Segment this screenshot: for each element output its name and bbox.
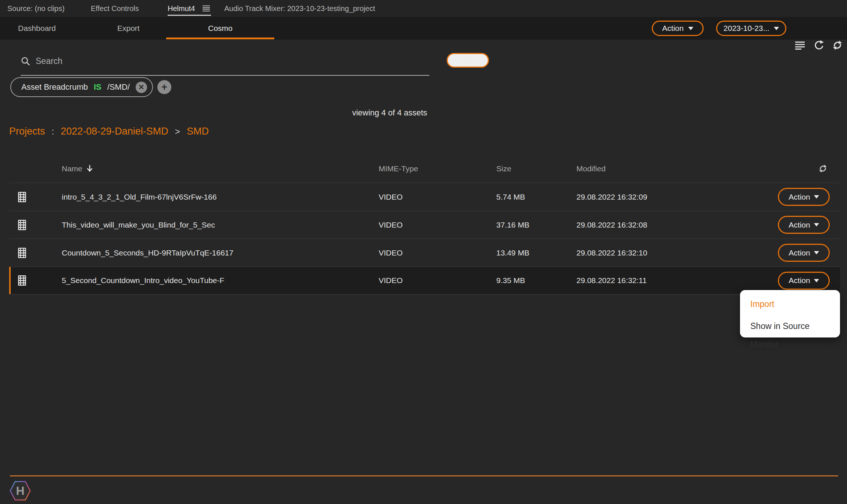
refresh-table-icon[interactable]	[818, 154, 828, 183]
breadcrumb-separator: >	[175, 126, 180, 137]
asset-mime: VIDEO	[379, 239, 403, 267]
sort-icon	[464, 57, 472, 58]
sync-icon[interactable]	[832, 39, 843, 51]
add-filter-button[interactable]: +	[157, 80, 171, 94]
asset-modified: 29.08.2022 16:32:09	[576, 183, 647, 211]
video-clip-icon	[18, 211, 26, 239]
plus-icon: +	[161, 82, 167, 92]
menu-icon[interactable]	[794, 39, 806, 51]
asset-mime: VIDEO	[379, 183, 403, 211]
breadcrumb: Projects : 2022-08-29-Daniel-SMD > SMD	[9, 126, 209, 137]
chevron-down-icon	[774, 27, 779, 30]
close-icon: ✕	[138, 83, 144, 91]
menu-item-show-in-source-monitor[interactable]: Show in Source Monitor	[750, 317, 840, 335]
chevron-down-icon	[814, 251, 819, 254]
row-action-button[interactable]: Action	[778, 216, 830, 234]
action-dropdown-label: Action	[662, 24, 683, 33]
sort-descending-icon	[86, 164, 93, 173]
chevron-down-icon	[814, 195, 819, 199]
tab-export[interactable]: Export	[117, 17, 140, 40]
table-row-selected[interactable]: 5_Second_Countdown_Intro_video_YouTube-F…	[9, 267, 840, 294]
menu-icon	[795, 41, 805, 50]
asset-table: Name MIME-Type Size Modified intro_5_4_3…	[9, 154, 840, 294]
breadcrumb-project-name[interactable]: 2022-08-29-Daniel-SMD	[61, 126, 168, 137]
active-panel-underline	[168, 15, 211, 16]
filter-chip[interactable]: Asset Breadcrumb IS /SMD/ ✕	[10, 77, 153, 97]
tab-source[interactable]: Source: (no clips)	[7, 0, 65, 17]
asset-name: Countdown_5_Seconds_HD-9RTaIpVuTqE-16617	[62, 239, 233, 267]
filter-operator: IS	[94, 82, 101, 92]
panel-tab-bar: Source: (no clips) Effect Controls Helmu…	[0, 0, 847, 17]
action-context-menu: Import Show in Source Monitor	[740, 290, 840, 337]
menu-item-import[interactable]: Import	[750, 295, 840, 313]
chevron-down-icon	[814, 223, 819, 226]
tab-audio-track-mixer[interactable]: Audio Track Mixer: 2023-10-23-testing_pr…	[224, 0, 375, 17]
asset-size: 37.16 MB	[496, 211, 529, 239]
video-clip-icon	[18, 183, 26, 211]
table-header: Name MIME-Type Size Modified	[9, 154, 840, 183]
column-header-modified[interactable]: Modified	[576, 154, 605, 183]
active-tab-underline	[166, 37, 274, 39]
row-action-button[interactable]: Action	[778, 272, 830, 290]
logo-letter: H	[16, 484, 24, 497]
asset-modified: 29.08.2022 16:32:08	[576, 211, 647, 239]
viewing-count-status: viewing 4 of 4 assets	[0, 108, 779, 118]
asset-modified: 29.08.2022 16:32:10	[576, 239, 647, 267]
refresh-icon[interactable]	[813, 39, 825, 51]
asset-name: intro_5_4_3_2_1_Old_Film-67lnjV6SrFw-166	[62, 183, 217, 211]
tab-cosmo[interactable]: Cosmo	[208, 17, 233, 40]
nav-tab-bar: Dashboard Export Cosmo Action 2023-10-23…	[0, 17, 847, 40]
action-dropdown-button[interactable]: Action	[652, 21, 704, 36]
tab-dashboard[interactable]: Dashboard	[18, 17, 56, 40]
filter-field-label: Asset Breadcrumb	[21, 82, 88, 92]
remove-filter-button[interactable]: ✕	[136, 82, 147, 93]
asset-size: 9.35 MB	[496, 267, 525, 294]
sort-filter-button[interactable]	[447, 53, 489, 68]
asset-name: 5_Second_Countdown_Intro_video_YouTube-F	[62, 267, 224, 294]
column-header-mime[interactable]: MIME-Type	[379, 154, 418, 183]
table-row[interactable]: intro_5_4_3_2_1_Old_Film-67lnjV6SrFw-166…	[9, 183, 840, 211]
refresh-icon	[814, 40, 825, 51]
asset-size: 13.49 MB	[496, 239, 529, 267]
breadcrumb-separator: :	[52, 126, 54, 137]
column-header-size[interactable]: Size	[496, 154, 511, 183]
breadcrumb-folder[interactable]: SMD	[187, 126, 209, 137]
selected-row-indicator	[9, 267, 11, 294]
asset-mime: VIDEO	[379, 211, 403, 239]
video-clip-icon	[18, 239, 26, 267]
project-dropdown-label: 2023-10-23...	[723, 24, 769, 33]
table-row[interactable]: This_video_will_make_you_Blind_for_5_Sec…	[9, 211, 840, 239]
asset-mime: VIDEO	[379, 267, 403, 294]
row-action-button[interactable]: Action	[778, 188, 830, 206]
search-input[interactable]	[36, 56, 429, 66]
search-field[interactable]	[21, 49, 429, 76]
filter-value: /SMD/	[107, 82, 130, 92]
panel-menu-icon[interactable]	[203, 6, 210, 11]
helmut-logo: H	[10, 481, 31, 502]
chevron-down-icon	[688, 27, 693, 30]
asset-name: This_video_will_make_you_Blind_for_5_Sec	[62, 211, 215, 239]
video-clip-icon	[18, 267, 26, 294]
sync-icon	[832, 39, 843, 51]
chevron-down-icon	[814, 279, 819, 282]
row-action-button[interactable]: Action	[778, 244, 830, 262]
tab-effect-controls[interactable]: Effect Controls	[91, 0, 139, 17]
breadcrumb-projects[interactable]: Projects	[9, 126, 45, 137]
project-dropdown-button[interactable]: 2023-10-23...	[716, 21, 786, 36]
asset-size: 5.74 MB	[496, 183, 525, 211]
footer-divider	[10, 475, 838, 476]
table-row[interactable]: Countdown_5_Seconds_HD-9RTaIpVuTqE-16617…	[9, 239, 840, 267]
asset-modified: 29.08.2022 16:32:11	[576, 267, 647, 294]
column-header-name[interactable]: Name	[62, 164, 93, 173]
search-icon	[21, 56, 31, 66]
